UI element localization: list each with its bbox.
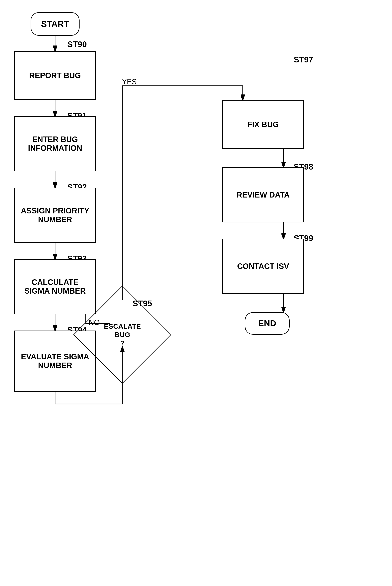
assign-priority-node: ASSIGN PRIORITY NUMBER [14, 188, 96, 243]
start-node: START [30, 12, 80, 36]
yes-label: YES [122, 78, 137, 86]
review-data-node: REVIEW DATA [222, 167, 304, 222]
report-bug-node: REPORT BUG [14, 51, 96, 100]
contact-isv-node: CONTACT ISV [222, 239, 304, 294]
st97-label: ST97 [294, 55, 313, 64]
escalate-label: ESCALATE BUG ? [104, 322, 141, 347]
st90-label: ST90 [67, 40, 87, 49]
end-node: END [245, 312, 290, 335]
fix-bug-node: FIX BUG [222, 100, 304, 149]
enter-bug-node: ENTER BUG INFORMATION [14, 116, 96, 171]
st95-label: ST95 [132, 299, 152, 308]
no-label: NO [89, 318, 100, 327]
flowchart: START ST90 REPORT BUG ST91 ENTER BUG INF… [0, 0, 392, 586]
calc-sigma-node: CALCULATE SIGMA NUMBER [14, 259, 96, 314]
